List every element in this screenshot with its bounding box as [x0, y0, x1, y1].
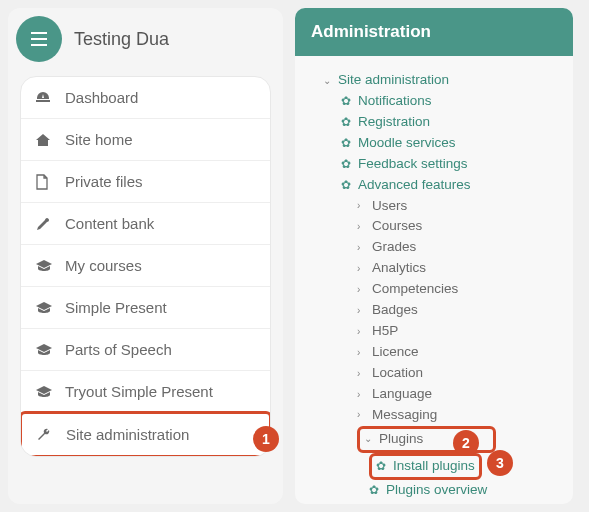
tree-item-location[interactable]: ›Location — [309, 363, 567, 384]
tree-item-plugins[interactable]: ⌄Plugins — [309, 426, 567, 453]
dashboard-icon — [35, 90, 53, 106]
nav-label: Simple Present — [65, 299, 167, 316]
gear-icon: ✿ — [341, 176, 353, 195]
nav-label: Tryout Simple Present — [65, 383, 213, 400]
chevron-right-icon: › — [357, 219, 367, 235]
chevron-right-icon: › — [357, 282, 367, 298]
nav-label: Content bank — [65, 215, 154, 232]
chevron-down-icon: ⌄ — [323, 73, 333, 89]
nav-item-private-files[interactable]: Private files — [21, 161, 270, 203]
gear-icon: ✿ — [341, 113, 353, 132]
wrench-icon — [36, 427, 54, 443]
chevron-right-icon: › — [357, 345, 367, 361]
gear-icon: ✿ — [341, 134, 353, 153]
nav-item-tryout-simple-present[interactable]: Tryout Simple Present — [21, 371, 270, 413]
tree-item-feedback-settings[interactable]: ✿Feedback settings — [309, 154, 567, 175]
paint-icon — [35, 216, 53, 232]
chevron-right-icon: › — [357, 324, 367, 340]
tree-item-users[interactable]: ›Users — [309, 196, 567, 217]
chevron-down-icon: ⌄ — [364, 431, 374, 447]
site-title: Testing Dua — [74, 29, 169, 50]
annotation-badge-3: 3 — [487, 450, 513, 476]
tree-item-messaging[interactable]: ›Messaging — [309, 405, 567, 426]
nav-label: Parts of Speech — [65, 341, 172, 358]
tree-item-licence[interactable]: ›Licence — [309, 342, 567, 363]
tree-item-notifications[interactable]: ✿Notifications — [309, 91, 567, 112]
sidebar-header: Testing Dua — [8, 8, 283, 70]
nav-label: Site home — [65, 131, 133, 148]
tree-item-plugins-overview[interactable]: ✿Plugins overview — [309, 480, 567, 501]
annotation-badge-2: 2 — [453, 430, 479, 456]
admin-tree: ⌄Site administration✿Notifications✿Regis… — [295, 56, 573, 504]
nav-item-simple-present[interactable]: Simple Present — [21, 287, 270, 329]
nav-label: Dashboard — [65, 89, 138, 106]
annotation-badge-1: 1 — [253, 426, 279, 452]
nav-card: DashboardSite homePrivate filesContent b… — [20, 76, 271, 457]
tree-item-grades[interactable]: ›Grades — [309, 237, 567, 258]
tree-item-language[interactable]: ›Language — [309, 384, 567, 405]
chevron-right-icon: › — [357, 198, 367, 214]
nav-item-site-administration[interactable]: Site administration — [20, 411, 271, 457]
tree-item-analytics[interactable]: ›Analytics — [309, 258, 567, 279]
chevron-right-icon: › — [357, 387, 367, 403]
tree-item-competencies[interactable]: ›Competencies — [309, 279, 567, 300]
nav-item-dashboard[interactable]: Dashboard — [21, 77, 270, 119]
chevron-right-icon: › — [357, 240, 367, 256]
nav-item-my-courses[interactable]: My courses — [21, 245, 270, 287]
gear-icon: ✿ — [341, 92, 353, 111]
nav-item-site-home[interactable]: Site home — [21, 119, 270, 161]
nav-label: Site administration — [66, 426, 189, 443]
admin-panel: Administration ⌄Site administration✿Noti… — [295, 8, 573, 504]
chevron-right-icon: › — [357, 366, 367, 382]
chevron-right-icon: › — [357, 261, 367, 277]
hamburger-button[interactable] — [16, 16, 62, 62]
grad-icon — [35, 259, 53, 273]
tree-item-h5p[interactable]: ›H5P — [309, 321, 567, 342]
tree-item-courses[interactable]: ›Courses — [309, 216, 567, 237]
gear-icon: ✿ — [341, 155, 353, 174]
nav-label: My courses — [65, 257, 142, 274]
tree-item-install-plugins[interactable]: ✿Install plugins — [309, 453, 567, 480]
gear-icon: ✿ — [369, 481, 381, 500]
sidebar-panel: Testing Dua DashboardSite homePrivate fi… — [8, 8, 283, 504]
tree-item-moodle-services[interactable]: ✿Moodle services — [309, 133, 567, 154]
nav-label: Private files — [65, 173, 143, 190]
tree-item-badges[interactable]: ›Badges — [309, 300, 567, 321]
chevron-right-icon: › — [357, 303, 367, 319]
grad-icon — [35, 343, 53, 357]
gear-icon: ✿ — [376, 457, 388, 476]
chevron-right-icon: › — [357, 407, 367, 423]
tree-item-advanced-features[interactable]: ✿Advanced features — [309, 175, 567, 196]
tree-item-activity-modules[interactable]: ›Activity modules — [309, 500, 567, 504]
home-icon — [35, 132, 53, 148]
nav-item-parts-of-speech[interactable]: Parts of Speech — [21, 329, 270, 371]
svg-rect-0 — [36, 100, 50, 102]
tree-root[interactable]: ⌄Site administration — [309, 70, 567, 91]
chevron-right-icon: › — [369, 503, 379, 504]
grad-icon — [35, 301, 53, 315]
grad-icon — [35, 385, 53, 399]
admin-header: Administration — [295, 8, 573, 56]
nav-item-content-bank[interactable]: Content bank — [21, 203, 270, 245]
tree-item-registration[interactable]: ✿Registration — [309, 112, 567, 133]
file-icon — [35, 174, 53, 190]
